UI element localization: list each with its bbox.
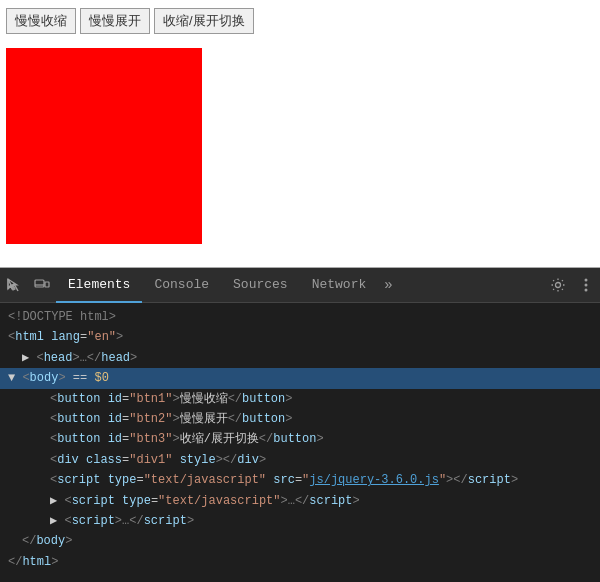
tab-elements[interactable]: Elements [56, 268, 142, 303]
btn1[interactable]: 慢慢收缩 [6, 8, 76, 34]
device-toggle-button[interactable] [28, 268, 56, 303]
more-tabs-button[interactable]: » [378, 268, 398, 303]
svg-point-5 [585, 284, 588, 287]
browser-page: 慢慢收缩 慢慢展开 收缩/展开切换 [0, 0, 600, 268]
line-head: ▶ <head>…</head> [0, 348, 600, 368]
svg-rect-1 [45, 282, 49, 287]
buttons-row: 慢慢收缩 慢慢展开 收缩/展开切换 [0, 0, 600, 42]
svg-point-6 [585, 289, 588, 292]
line-body-close: </body> [0, 531, 600, 551]
devtools-right-icons [544, 268, 600, 303]
btn3[interactable]: 收缩/展开切换 [154, 8, 254, 34]
line-btn2: <button id="btn2">慢慢展开</button> [0, 409, 600, 429]
line-script2: ▶ <script type="text/javascript">…</scri… [0, 491, 600, 511]
devtools-panel: Elements Console Sources Network » [0, 268, 600, 582]
line-btn3: <button id="btn3">收缩/展开切换</button> [0, 429, 600, 449]
btn2[interactable]: 慢慢展开 [80, 8, 150, 34]
more-options-icon[interactable] [572, 268, 600, 303]
svg-point-3 [556, 283, 561, 288]
tab-console[interactable]: Console [142, 268, 221, 303]
line-div: <div class="div1" style></div> [0, 450, 600, 470]
tab-sources[interactable]: Sources [221, 268, 300, 303]
line-html-close: </html> [0, 552, 600, 572]
line-html: <html lang="en"> [0, 327, 600, 347]
devtools-code-content: <!DOCTYPE html> <html lang="en"> ▶ <head… [0, 303, 600, 582]
settings-icon[interactable] [544, 268, 572, 303]
devtools-toolbar: Elements Console Sources Network » [0, 268, 600, 303]
line-script-jquery: <script type="text/javascript" src="js/j… [0, 470, 600, 490]
red-box [6, 48, 202, 244]
svg-point-4 [585, 279, 588, 282]
line-doctype: <!DOCTYPE html> [0, 307, 600, 327]
inspect-element-button[interactable] [0, 268, 28, 303]
line-body[interactable]: ▼ <body> == $0 [0, 368, 600, 388]
line-script3: ▶ <script>…</script> [0, 511, 600, 531]
svg-rect-0 [35, 280, 44, 287]
tab-network[interactable]: Network [300, 268, 379, 303]
line-btn1: <button id="btn1">慢慢收缩</button> [0, 389, 600, 409]
